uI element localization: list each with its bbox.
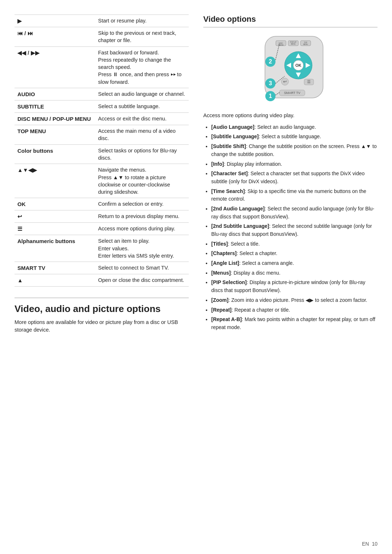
option-key: [Menus] — [211, 270, 231, 276]
section-divider — [15, 297, 189, 298]
control-desc: Return to a previous display menu. — [95, 210, 189, 223]
option-key: [Audio Language] — [211, 124, 254, 130]
list-item: [Repeat A-B]: Mark two points within a c… — [211, 316, 377, 331]
control-key: ☰ — [15, 223, 95, 235]
option-key: [Chapters] — [211, 250, 237, 256]
control-key: OK — [15, 198, 95, 210]
control-desc: Confirm a selection or entry. — [95, 198, 189, 210]
right-section-title: Video options — [203, 15, 377, 28]
list-item: [Chapters]: Select a chapter. — [211, 250, 377, 258]
list-item: [Subtitle Language]: Select a subtitle l… — [211, 133, 377, 141]
controls-table: ▶Start or resume play.⏮ / ⏭Skip to the p… — [15, 15, 189, 287]
list-item: [Audio Language]: Select an audio langua… — [211, 123, 377, 131]
control-key: Color buttons — [15, 144, 95, 164]
control-desc: Fast backward or forward.Press repeatedl… — [95, 46, 189, 88]
option-key: [Repeat A-B] — [211, 316, 242, 322]
option-key: [PIP Selection] — [211, 279, 247, 285]
control-key: TOP MENU — [15, 125, 95, 145]
list-item: [Character Set]: Select a character set … — [211, 170, 377, 185]
table-row: SUBTITLESelect a subtitle language. — [15, 100, 189, 113]
list-item: [Info]: Display play information. — [211, 160, 377, 168]
control-key: ▲▼◀▶ — [15, 164, 95, 198]
table-row: ▶Start or resume play. — [15, 15, 189, 27]
table-row: Alphanumeric buttonsSelect an item to pl… — [15, 235, 189, 262]
right-column: Video options DISC MENU POP-UP MENU TOP — [203, 15, 377, 338]
table-row: ▲▼◀▶Navigate the menus.Press ▲▼ to rotat… — [15, 164, 189, 198]
table-row: DISC MENU / POP-UP MENUAccess or exit th… — [15, 113, 189, 125]
control-key: SMART TV — [15, 262, 95, 274]
option-key: [Angle List] — [211, 260, 239, 266]
control-desc: Select tasks or options for Blu-ray disc… — [95, 144, 189, 164]
control-desc: Navigate the menus.Press ▲▼ to rotate a … — [95, 164, 189, 198]
list-item: [2nd Subtitle Language]: Select the seco… — [211, 222, 377, 238]
control-key: SUBTITLE — [15, 100, 95, 113]
svg-text:OK: OK — [295, 63, 302, 67]
option-key: [Zoom] — [211, 297, 228, 303]
control-key: ▶ — [15, 15, 95, 27]
svg-text:2: 2 — [269, 58, 272, 65]
control-desc: Access or exit the disc menu. — [95, 113, 189, 125]
control-desc: Open or close the disc compartment. — [95, 274, 189, 287]
control-desc: Select to connect to Smart TV. — [95, 262, 189, 274]
svg-text:SMART TV: SMART TV — [284, 91, 300, 95]
footer-page: 10 — [372, 541, 377, 547]
section-title: Video, audio and picture options — [15, 303, 189, 315]
table-row: ◀◀ / ▶▶Fast backward or forward.Press re… — [15, 46, 189, 88]
list-item: [Menus]: Display a disc menu. — [211, 269, 377, 277]
control-desc: Select an item to play.Enter values.Ente… — [95, 235, 189, 262]
list-item: [Subtitle Shift]: Change the subtitle po… — [211, 143, 377, 158]
footer: EN 10 — [0, 537, 392, 554]
option-key: [2nd Audio Language] — [211, 206, 265, 212]
table-row: SMART TVSelect to connect to Smart TV. — [15, 262, 189, 274]
option-key: [Repeat] — [211, 307, 232, 313]
option-key: [Titles] — [211, 241, 228, 247]
svg-text:3: 3 — [269, 80, 272, 86]
svg-text:↩: ↩ — [283, 79, 287, 84]
control-key: ◀◀ / ▶▶ — [15, 46, 95, 88]
control-key: ↩ — [15, 210, 95, 223]
option-key: [2nd Subtitle Language] — [211, 223, 269, 229]
options-intro: Access more options during video play. — [203, 112, 377, 120]
control-key: AUDIO — [15, 88, 95, 100]
table-row: AUDIOSelect an audio language or channel… — [15, 88, 189, 100]
list-item: [PIP Selection]: Display a picture-in-pi… — [211, 279, 377, 294]
table-row: ↩Return to a previous display menu. — [15, 210, 189, 223]
left-column: ▶Start or resume play.⏮ / ⏭Skip to the p… — [15, 15, 189, 338]
list-item: [Zoom]: Zoom into a video picture. Press… — [211, 296, 377, 304]
svg-text:MENU: MENU — [303, 44, 308, 45]
control-key: Alphanumeric buttons — [15, 235, 95, 262]
control-desc: Select a subtitle language. — [95, 100, 189, 113]
control-key: ⏮ / ⏭ — [15, 27, 95, 47]
option-key: [Time Search] — [211, 188, 245, 194]
control-desc: Access more options during play. — [95, 223, 189, 235]
table-row: TOP MENUAccess the main menu of a video … — [15, 125, 189, 145]
list-item: [2nd Audio Language]: Select the second … — [211, 205, 377, 221]
option-key: [Character Set] — [211, 171, 248, 176]
list-item: [Time Search]: Skip to a specific time v… — [211, 188, 377, 203]
option-key: [Subtitle Language] — [211, 134, 259, 139]
table-row: ⏮ / ⏭Skip to the previous or next track,… — [15, 27, 189, 47]
control-key: ▲ — [15, 274, 95, 287]
list-item: [Angle List]: Select a camera angle. — [211, 259, 377, 267]
control-desc: Access the main menu of a video disc. — [95, 125, 189, 145]
options-list: [Audio Language]: Select an audio langua… — [211, 123, 377, 332]
svg-text:☰: ☰ — [307, 79, 311, 84]
option-key: [Info] — [211, 161, 224, 167]
list-item: [Titles]: Select a title. — [211, 240, 377, 248]
svg-text:1: 1 — [269, 93, 272, 99]
control-desc: Select an audio language or channel. — [95, 88, 189, 100]
remote-diagram: DISC MENU POP-UP MENU TOP MENU 2 3 1 — [203, 33, 377, 105]
control-key: DISC MENU / POP-UP MENU — [15, 113, 95, 125]
table-row: OKConfirm a selection or entry. — [15, 198, 189, 210]
svg-text:MENU: MENU — [291, 43, 295, 45]
table-row: ☰Access more options during play. — [15, 223, 189, 235]
remote-svg: DISC MENU POP-UP MENU TOP MENU 2 3 1 — [243, 33, 338, 105]
control-desc: Start or resume play. — [95, 15, 189, 27]
table-row: ▲Open or close the disc compartment. — [15, 274, 189, 287]
control-desc: Skip to the previous or next track, chap… — [95, 27, 189, 47]
option-key: [Subtitle Shift] — [211, 143, 246, 149]
footer-lang: EN — [362, 541, 369, 547]
table-row: Color buttonsSelect tasks or options for… — [15, 144, 189, 164]
list-item: [Repeat]: Repeat a chapter or title. — [211, 306, 377, 314]
section-desc: More options are available for video or … — [15, 319, 189, 335]
